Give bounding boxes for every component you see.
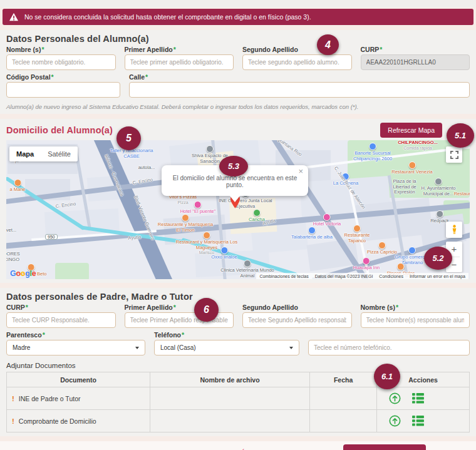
fullscreen-button[interactable] (446, 146, 462, 163)
required-marker: * (173, 304, 176, 311)
field-curp: CURP* (361, 46, 470, 70)
required-marker: * (396, 304, 398, 311)
file-list-icon[interactable] (412, 393, 424, 404)
documents-title: Adjuntar Documentos (6, 362, 470, 369)
terms-link[interactable]: Condiciones (379, 274, 403, 279)
top-strip (0, 0, 476, 8)
student-note: Alumno(a) de nuevo ingreso al Sistema Ed… (6, 103, 470, 110)
keyboard-shortcuts-link[interactable]: Combinaciones de teclas (259, 274, 308, 279)
address-section-title: Domicilio del Alumno(a) (6, 125, 113, 135)
poi-icon (353, 225, 361, 232)
parentesco-select[interactable]: Madre (6, 340, 145, 355)
header-nombre-archivo: Nombre de archivo (150, 372, 310, 387)
fullscreen-icon (450, 151, 458, 159)
parentesco-value: Madre (13, 344, 30, 351)
nombre-input[interactable] (6, 54, 116, 70)
alert-icon: ! (12, 417, 14, 425)
poi-icon (253, 209, 261, 217)
student-section-title: Datos Personales del Alumno(a) (6, 34, 470, 44)
curp-label: CURP (361, 46, 380, 53)
annotation-badge-5-3: 5.3 (219, 156, 248, 176)
date-cell (310, 387, 377, 410)
map-label: Banorte Sucursal Chilpancingo 2600 (345, 143, 400, 161)
parent-segundo-apellido-input[interactable] (242, 312, 352, 328)
table-row: !INE de Padre o Tutor (7, 387, 470, 410)
warning-text: No se considera concluida la solicitud h… (24, 13, 311, 21)
poi-icon (323, 213, 331, 221)
numero-telefono-input[interactable] (308, 340, 470, 355)
documents-table: Documento Nombre de archivo Fecha Accion… (6, 372, 470, 432)
poi-icon (182, 214, 189, 222)
required-marker: * (26, 304, 28, 311)
field-telefono-tipo: Teléfono* Local (Casa) (154, 331, 299, 355)
google-logo: Google (10, 269, 36, 278)
calle-input[interactable] (129, 82, 470, 98)
parent-nombre-label: Nombre (s) (361, 304, 395, 311)
student-section: Datos Personales del Alumno(a) Nombre (s… (0, 30, 476, 114)
poi-icon (363, 257, 370, 265)
document-name: Comprobante de Domicilio (19, 417, 96, 425)
map-label: Restaurante y Marisquería El Timon (155, 214, 215, 233)
map-label: Restaurante Tapanco (335, 225, 379, 243)
parent-nombre-input[interactable] (361, 312, 470, 328)
map-label: Restaurant Venezia (391, 161, 432, 175)
header-fecha: Fecha (310, 372, 377, 387)
parent-section-title: Datos personales de Padre, Madre o Tutor (6, 292, 470, 302)
date-cell (310, 410, 377, 432)
primer-apellido-input[interactable] (125, 54, 234, 70)
segundo-apellido-input[interactable] (242, 54, 352, 70)
codigo-postal-label: Código Postal (6, 73, 51, 81)
map-label: ADORES NCINGO (6, 252, 26, 262)
telefono-tipo-select[interactable]: Local (Casa) (154, 340, 299, 355)
pegman-button[interactable] (446, 222, 462, 238)
poi-icon (378, 242, 386, 249)
field-parentesco: Parentesco* Madre (6, 331, 145, 355)
poi-icon (397, 263, 405, 270)
refresh-map-button[interactable]: Refrescar Mapa (380, 123, 442, 138)
map-type-map-button[interactable]: Mapa (9, 146, 41, 161)
table-row: !Comprobante de Domicilio (7, 410, 470, 432)
field-nombre: Nombre (s)* (6, 46, 116, 70)
poi-icon (244, 260, 251, 267)
map-label: Huacapa Inn (353, 257, 380, 271)
infowindow-text: El domicilio del alumno se encuentra en … (173, 175, 297, 188)
map-label: C. Encino (55, 202, 76, 210)
parent-segundo-apellido-label: Segundo Apellido (242, 304, 352, 311)
report-error-link[interactable]: Informar un error en el mapa (410, 274, 465, 279)
poi-icon (435, 178, 442, 185)
parent-primer-apellido-label: Primer Apellido (125, 304, 173, 311)
file-list-icon[interactable] (412, 416, 424, 426)
required-marker: * (182, 331, 184, 339)
annotation-badge-4: 4 (317, 34, 339, 55)
field-calle: Calle* (129, 73, 470, 98)
field-parent-segundo-apellido: Segundo Apellido (242, 304, 352, 328)
actions-cell (378, 392, 468, 404)
required-marker: * (51, 73, 54, 81)
poi-icon (206, 145, 214, 153)
required-marker: * (43, 331, 45, 339)
poi-icon (14, 179, 21, 187)
codigo-postal-input[interactable] (6, 82, 120, 98)
annotation-badge-5: 5 (116, 126, 141, 150)
alert-icon: ! (12, 395, 14, 402)
actions-cell (378, 415, 468, 427)
primer-apellido-label: Primer Apellido (125, 46, 173, 53)
warning-banner: No se considera concluida la solicitud h… (3, 9, 473, 25)
annotation-badge-5-1: 5.1 (447, 123, 474, 148)
parent-section: Datos personales de Padre, Madre o Tutor… (0, 288, 476, 436)
annotation-badge-5-2: 5.2 (424, 247, 452, 270)
close-icon[interactable]: × (298, 167, 303, 175)
map-data-text: Datos del mapa ©2023 INEGI (315, 274, 373, 279)
upload-icon[interactable] (389, 392, 401, 404)
map-type-satellite-button[interactable]: Satélite (41, 146, 78, 161)
map-label: a Mane (9, 179, 25, 193)
parent-curp-input[interactable] (6, 312, 116, 328)
poi-icon (408, 161, 416, 169)
parentesco-label: Parentesco (6, 331, 42, 339)
highway-shield: 950 (45, 234, 58, 240)
map-label: CHILPANCINGO...Comida rápida (398, 140, 438, 151)
save-continue-button[interactable]: Guardar y Continuar (343, 444, 426, 450)
upload-icon[interactable] (389, 415, 401, 427)
chevron-down-icon (135, 347, 139, 349)
map-attribution: Combinaciones de teclas Datos del mapa ©… (256, 273, 468, 279)
